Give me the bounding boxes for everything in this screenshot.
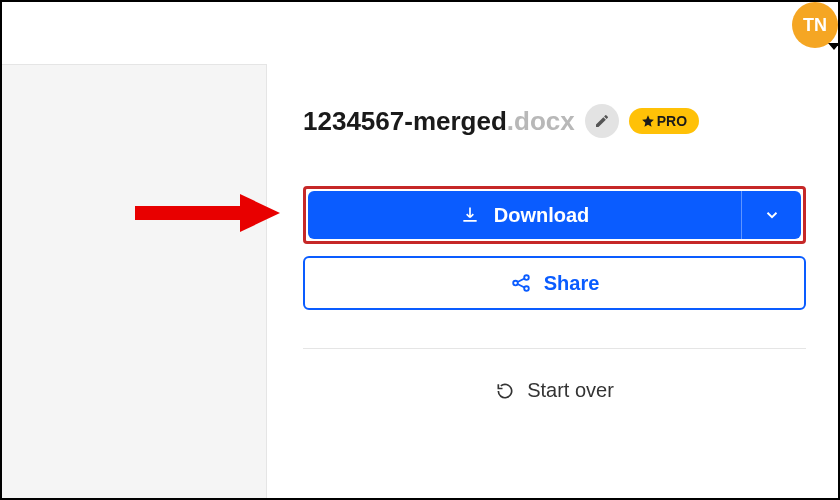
start-over-button[interactable]: Start over [303,379,806,402]
download-options-button[interactable] [741,191,801,239]
caret-down-icon [828,43,840,50]
share-label: Share [544,272,600,295]
download-split-button: Download [308,191,801,239]
pencil-icon [594,113,610,129]
start-over-label: Start over [527,379,614,402]
filename-row: 1234567-merged.docx PRO [303,104,806,138]
divider [303,348,806,349]
file-extension: .docx [507,106,575,136]
pro-badge-text: PRO [657,113,687,129]
download-button[interactable]: Download [308,191,741,239]
share-button[interactable]: Share [303,256,806,310]
svg-point-0 [513,281,518,286]
svg-point-1 [524,275,529,280]
sidebar [2,64,267,498]
share-icon [510,272,532,294]
restart-icon [495,381,515,401]
page-layout: 1234567-merged.docx PRO Download [2,2,838,498]
download-label: Download [494,204,590,227]
avatar[interactable]: TN [792,2,838,48]
edit-filename-button[interactable] [585,104,619,138]
avatar-initials: TN [803,15,827,36]
main-content: 1234567-merged.docx PRO Download [267,64,838,498]
svg-point-2 [524,286,529,291]
chevron-down-icon [763,206,781,224]
filename-text: 1234567-merged.docx [303,106,575,137]
avatar-container[interactable]: TN [792,2,838,48]
download-highlight-box: Download [303,186,806,244]
download-icon [460,205,480,225]
star-icon [641,114,655,128]
file-name: 1234567-merged [303,106,507,136]
pro-badge: PRO [629,108,699,134]
